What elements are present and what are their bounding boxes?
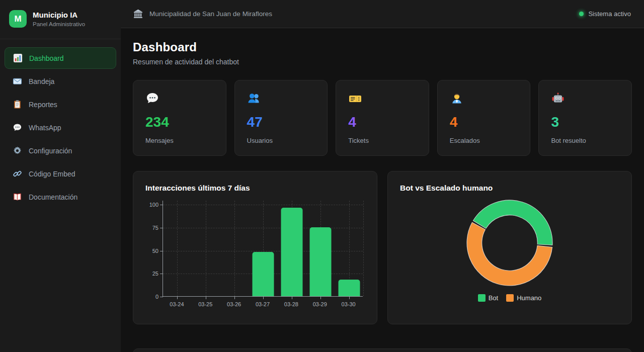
bar-segment (338, 280, 360, 296)
page-subtitle: Resumen de actividad del chatbot (133, 58, 632, 66)
stat-value: 4 (348, 114, 417, 130)
brand: M Municipio IA Panel Administrativo (0, 0, 121, 39)
stat-value: 4 (450, 114, 518, 130)
x-tick-mark (349, 296, 350, 299)
stat-value: 47 (247, 114, 315, 130)
stat-card-escalados: 4 Escalados (437, 80, 531, 156)
stat-label: Mensajes (145, 137, 214, 144)
topbar: Municipalidad de San Juan de Miraflores … (121, 0, 644, 28)
bar-segment (253, 252, 274, 296)
clipboard-icon (12, 100, 22, 110)
stat-card-bot-resuelto: 3 Bot resuelto (538, 80, 632, 156)
y-tick-label: 75 (152, 225, 158, 231)
stat-label: Tickets (348, 137, 417, 144)
sidebar-item-documentacion[interactable]: Documentación (5, 186, 116, 208)
x-tick-label: 03-24 (163, 297, 191, 307)
stats-row: 234 Mensajes 47 Usuarios 4 Tickets (133, 80, 632, 156)
office-worker-icon (450, 92, 464, 106)
sidebar-item-label: Bandeja (29, 77, 54, 85)
donut-chart-card: Bot vs Escalado humano BotHumano (387, 171, 632, 324)
stat-card-mensajes: 234 Mensajes (133, 80, 226, 156)
x-tick-mark (320, 296, 321, 299)
bar-segment (281, 208, 302, 296)
x-tick-label: 03-26 (220, 297, 249, 307)
speech-balloon-icon (145, 92, 159, 106)
donut-segment-bot (473, 200, 552, 245)
donut-legend: BotHumano (478, 294, 542, 302)
topbar-org-name: Municipalidad de San Juan de Miraflores (149, 10, 272, 18)
classical-building-icon (133, 9, 143, 19)
brand-subtitle: Panel Administrativo (33, 21, 85, 27)
x-tick-label: 03-27 (249, 297, 277, 307)
link-icon (12, 169, 22, 179)
sidebar-item-whatsapp[interactable]: WhatsApp (5, 117, 116, 138)
bar-chart-icon (13, 53, 23, 63)
stat-value: 3 (551, 114, 619, 130)
bar-chart-card: Interacciones últimos 7 días 0255075100 … (133, 171, 377, 324)
x-tick-mark (292, 296, 292, 299)
y-tick-label: 50 (152, 248, 158, 254)
envelope-icon (12, 76, 22, 86)
x-tick-label: 03-25 (191, 297, 220, 307)
donut-chart-title: Bot vs Escalado humano (400, 184, 619, 193)
sidebar-item-reportes[interactable]: Reportes (5, 94, 116, 115)
v-gridline (206, 201, 206, 296)
page-title: Dashboard (133, 40, 632, 54)
main-area: Municipalidad de San Juan de Miraflores … (121, 0, 644, 352)
sidebar-item-dashboard[interactable]: Dashboard (5, 47, 116, 69)
dashboard-content: Dashboard Resumen de actividad del chatb… (121, 28, 644, 352)
bar-plot (163, 201, 363, 297)
sidebar-item-label: WhatsApp (29, 124, 61, 132)
legend-swatch (478, 294, 486, 302)
x-tick-mark (263, 296, 264, 299)
brand-logo: M (9, 10, 27, 28)
status-dot (579, 12, 584, 16)
stat-value: 234 (145, 114, 214, 130)
bar-x-axis: 03-2403-2503-2603-2703-2803-2903-30 (163, 297, 363, 307)
sidebar-item-label: Configuración (29, 147, 72, 155)
legend-item-bot[interactable]: Bot (478, 294, 499, 302)
sidebar-item-label: Documentación (29, 193, 77, 201)
donut-wrap: BotHumano (400, 193, 619, 302)
status-label: Sistema activo (588, 10, 631, 18)
partial-bottom-card (133, 348, 632, 352)
brand-title: Municipio IA (33, 11, 85, 20)
robot-icon (551, 92, 565, 106)
sidebar: M Municipio IA Panel Administrativo Dash… (0, 0, 121, 352)
speech-bubble-icon (12, 123, 22, 133)
y-tick-label: 0 (155, 294, 158, 300)
y-tick-label: 100 (149, 202, 158, 208)
ticket-icon (348, 92, 362, 106)
open-book-icon (12, 192, 22, 202)
v-gridline (234, 201, 235, 296)
app-root: M Municipio IA Panel Administrativo Dash… (0, 0, 644, 352)
x-tick-mark (206, 296, 206, 299)
x-tick-mark (177, 296, 178, 299)
x-tick-mark (234, 296, 235, 299)
legend-swatch (506, 294, 514, 302)
sidebar-item-codigo-embed[interactable]: Código Embed (5, 163, 116, 185)
sidebar-item-label: Código Embed (29, 170, 75, 178)
y-tick-mark (160, 297, 163, 297)
v-gridline (177, 201, 178, 296)
sidebar-item-label: Dashboard (29, 54, 64, 62)
gear-icon (12, 146, 22, 156)
stat-label: Escalados (450, 137, 518, 144)
legend-label: Humano (517, 294, 541, 302)
sidebar-item-bandeja[interactable]: Bandeja (5, 70, 116, 92)
sidebar-item-label: Reportes (29, 101, 57, 109)
stat-card-tickets: 4 Tickets (336, 80, 429, 156)
legend-label: Bot (489, 294, 499, 302)
bar-y-axis: 0255075100 (145, 201, 163, 297)
stat-label: Usuarios (247, 137, 315, 144)
users-icon (247, 92, 261, 106)
legend-item-humano[interactable]: Humano (506, 294, 541, 302)
y-tick-label: 25 (152, 271, 158, 277)
stat-card-usuarios: 47 Usuarios (234, 80, 328, 156)
sidebar-item-configuracion[interactable]: Configuración (5, 140, 116, 161)
sidebar-nav: Dashboard Bandeja Reportes WhatsApp (0, 39, 121, 217)
bar-segment (309, 227, 331, 296)
donut-chart (464, 198, 555, 288)
bar-chart: 0255075100 (145, 201, 365, 297)
bar-chart-title: Interacciones últimos 7 días (145, 184, 365, 193)
